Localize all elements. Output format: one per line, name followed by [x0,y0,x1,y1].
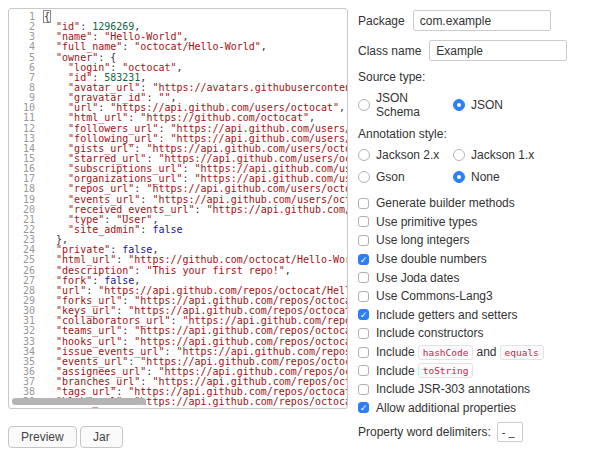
radio-option[interactable]: JSON Schema [358,91,453,119]
checkbox-option[interactable]: ✓Use double numbers [358,250,596,269]
checkbox-label: Use Joda dates [376,271,459,285]
radio-option[interactable]: JSON [453,91,596,119]
checkbox-label-text: Allow additional properties [376,401,516,415]
source-type-group: JSON SchemaJSON [358,91,596,119]
radio-option[interactable]: None [453,170,596,184]
checkbox-label: Include JSR-303 annotations [376,382,530,396]
radio-label: JSON Schema [376,91,453,119]
radio-label: None [471,170,500,184]
annotation-style-group: Jackson 2.xJackson 1.xGsonNone [358,148,596,184]
checkbox-label: Use long integers [376,233,469,247]
radio-icon[interactable] [453,99,465,111]
radio-icon[interactable] [453,171,465,183]
checkbox-label-text: Include [376,345,415,359]
checkbox-label-text: Use Joda dates [376,271,459,285]
checkbox-label: Include getters and setters [376,308,517,322]
checkbox-label: IncludetoString [376,363,476,378]
radio-icon[interactable] [358,171,370,183]
class-name-input[interactable] [429,40,567,61]
checkbox-icon[interactable] [358,291,369,302]
package-label: Package [358,14,405,28]
property-word-delimiters-label: Property word delimiters: [358,425,491,439]
radio-dot [457,103,461,107]
property-word-delimiters-input[interactable] [497,422,523,442]
checkbox-label: Include constructors [376,326,483,340]
radio-option[interactable]: Gson [358,170,453,184]
checkbox-icon[interactable] [358,384,369,395]
annotation-style-heading: Annotation style: [358,127,596,141]
source-type-heading: Source type: [358,70,596,84]
line-number: 25 [9,255,35,265]
checkbox-icon[interactable]: ✓ [358,402,369,413]
radio-label: Jackson 1.x [471,148,534,162]
checkbox-label-text: Use long integers [376,233,469,247]
class-name-label: Class name [358,44,421,58]
checkbox-label: Allow additional properties [376,401,516,415]
options-list: Generate builder methodsUse primitive ty… [358,194,596,417]
radio-label: Jackson 2.x [376,148,439,162]
radio-label: JSON [471,98,503,112]
package-row: Package [358,10,596,31]
checkbox-icon[interactable] [358,235,369,246]
checkbox-option[interactable]: ✓Allow additional properties [358,399,596,418]
class-name-row: Class name [358,40,596,61]
checkbox-label-text: Use Commons-Lang3 [376,289,493,303]
checkbox-option[interactable]: Include JSR-303 annotations [358,380,596,399]
radio-icon[interactable] [358,149,370,161]
checkbox-icon[interactable] [358,198,369,209]
checkbox-label-text: Include JSR-303 annotations [376,382,530,396]
checkbox-label: Use Commons-Lang3 [376,289,493,303]
checkbox-label-text: Generate builder methods [376,196,515,210]
options-panel: Package Class name Source type: JSON Sch… [358,10,596,442]
checkbox-label: Use primitive types [376,215,477,229]
radio-option[interactable]: Jackson 1.x [453,148,596,162]
horizontal-scrollbar-thumb[interactable] [12,398,146,405]
radio-icon[interactable] [453,149,465,161]
checkbox-label-text: Include getters and setters [376,308,517,322]
checkbox-option[interactable]: Use Joda dates [358,268,596,287]
line-number: 32 [9,326,35,336]
checkbox-option[interactable]: Use primitive types [358,213,596,232]
checkbox-icon[interactable] [358,347,369,358]
radio-label: Gson [376,170,405,184]
checkbox-icon[interactable] [358,272,369,283]
checkbox-option[interactable]: ✓Include getters and setters [358,306,596,325]
checkbox-label: Generate builder methods [376,196,515,210]
checkbox-label-text: Include constructors [376,326,483,340]
checkbox-option[interactable]: Use Commons-Lang3 [358,287,596,306]
checkbox-label-text: Include [376,364,415,378]
radio-dot [457,175,461,179]
code-chip: hashCode [418,345,474,360]
checkbox-option[interactable]: Include constructors [358,324,596,343]
checkbox-option[interactable]: IncludetoString [358,361,596,380]
checkbox-label-text: Use primitive types [376,215,477,229]
code-lines[interactable]: 1{2 "id": 1296269,3 "name": "Hello-World… [9,9,347,407]
checkbox-icon[interactable]: ✓ [358,309,369,320]
checkbox-label: IncludehashCodeandequals [376,345,547,360]
json-code-editor[interactable]: 1{2 "id": 1296269,3 "name": "Hello-World… [8,8,348,409]
package-input[interactable] [413,10,551,31]
checkbox-option[interactable]: Generate builder methods [358,194,596,213]
checkbox-icon[interactable]: ✓ [358,254,369,265]
preview-button[interactable]: Preview [8,426,77,448]
radio-icon[interactable] [358,99,370,111]
checkbox-label: Use double numbers [376,252,487,266]
checkbox-icon[interactable] [358,216,369,227]
checkbox-icon[interactable] [358,328,369,339]
checkbox-icon[interactable] [358,365,369,376]
checkbox-label-text: and [476,345,496,359]
code-chip: equals [500,345,544,360]
radio-option[interactable]: Jackson 2.x [358,148,453,162]
code-chip: toString [418,363,474,378]
property-word-delimiters-row: Property word delimiters: [358,422,596,442]
checkbox-option[interactable]: IncludehashCodeandequals [358,343,596,362]
checkbox-label-text: Use double numbers [376,252,487,266]
checkbox-option[interactable]: Use long integers [358,231,596,250]
jar-button[interactable]: Jar [80,426,123,448]
